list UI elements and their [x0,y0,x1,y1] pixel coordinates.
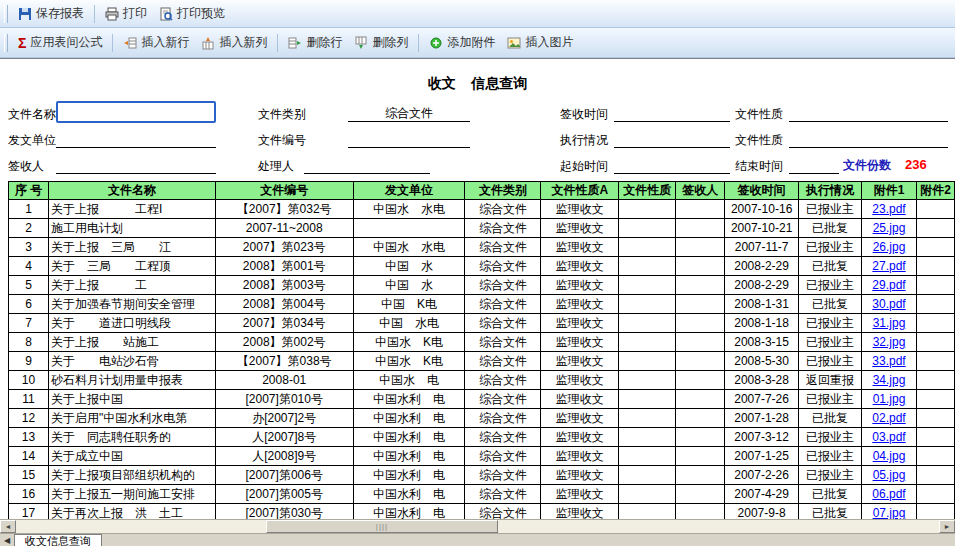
attachment-link[interactable]: 29.pdf [872,278,905,292]
cell-sign-time[interactable]: 2007-3-12 [725,428,799,447]
attachment-link[interactable]: 34.jpg [873,373,906,387]
save-report-button[interactable]: 保存报表 [12,2,90,25]
cell-file-number[interactable]: [2007]第030号 [215,504,353,520]
tab-received-docs-query[interactable]: 收文信息查询 [14,534,102,546]
table-row[interactable]: 7关于 道进口明线段2007】第034号中国 水电综合文件监理收文2008-1-… [9,314,955,333]
cell-file-name[interactable]: 施工用电计划 [48,219,215,238]
cell-exec-status[interactable]: 已批复 [799,295,862,314]
cell-signer[interactable] [676,238,725,257]
cell-file-number[interactable]: [2007]第006号 [215,466,353,485]
cell-attachment-2[interactable] [916,276,954,295]
cell-attachment-1[interactable]: 02.pdf [862,409,917,428]
cell-nature-b[interactable] [619,371,676,390]
cell-attachment-2[interactable] [916,257,954,276]
cell-category[interactable]: 综合文件 [465,447,541,466]
cell-attachment-1[interactable]: 07.jpg [862,504,917,520]
table-row[interactable]: 1关于上报 工程I【2007】第032号中国水 水电综合文件监理收文2007-1… [9,200,955,219]
insert-image-button[interactable]: 插入图片 [501,31,579,54]
print-button[interactable]: 打印 [99,2,153,25]
cell-exec-status[interactable]: 已报业主 [799,333,862,352]
cell-signer[interactable] [676,200,725,219]
cell-nature-a[interactable]: 监理收文 [541,276,619,295]
cell-attachment-2[interactable] [916,428,954,447]
cell-issuing-unit[interactable]: 中国 水电 [353,314,465,333]
cell-nature-b[interactable] [619,219,676,238]
cell-no[interactable]: 16 [9,485,49,504]
cell-attachment-1[interactable]: 33.pdf [862,352,917,371]
cell-category[interactable]: 综合文件 [465,352,541,371]
cell-nature-a[interactable]: 监理收文 [541,447,619,466]
cell-issuing-unit[interactable] [353,219,465,238]
cell-sign-time[interactable]: 2008-3-15 [725,333,799,352]
cell-file-number[interactable]: 人[2007]8号 [215,428,353,447]
cell-exec-status[interactable]: 已报业主 [799,428,862,447]
cell-exec-status[interactable]: 已报业主 [799,447,862,466]
cell-exec-status[interactable]: 返回重报 [799,371,862,390]
attachment-link[interactable]: 23.pdf [872,202,905,216]
cell-category[interactable]: 综合文件 [465,219,541,238]
table-row[interactable]: 4关于 三局 工程顶2008】第001号中国 水 综合文件监理收文2008-2-… [9,257,955,276]
cell-file-name[interactable]: 砂石料月计划用量申报表 [48,371,215,390]
table-row[interactable]: 11关于上报中国 [2007]第010号中国水利 电 综合文件监理收文2007-… [9,390,955,409]
cell-exec-status[interactable]: 已批复 [799,504,862,520]
cell-attachment-2[interactable] [916,390,954,409]
horizontal-scrollbar-track[interactable]: |||| [16,520,939,533]
cell-category[interactable]: 综合文件 [465,257,541,276]
cell-sign-time[interactable]: 2008-1-31 [725,295,799,314]
cell-nature-b[interactable] [619,257,676,276]
cell-category[interactable]: 综合文件 [465,295,541,314]
cell-nature-a[interactable]: 监理收文 [541,219,619,238]
cell-signer[interactable] [676,428,725,447]
cell-file-name[interactable]: 关于上报 工程I [48,200,215,219]
cell-nature-b[interactable] [619,276,676,295]
cell-no[interactable]: 13 [9,428,49,447]
cell-attachment-2[interactable] [916,333,954,352]
cell-signer[interactable] [676,219,725,238]
attachment-link[interactable]: 04.jpg [873,449,906,463]
cell-nature-a[interactable]: 监理收文 [541,314,619,333]
cell-file-name[interactable]: 关于 同志聘任职务的 [48,428,215,447]
signer-field[interactable] [56,157,216,174]
cell-category[interactable]: 综合文件 [465,314,541,333]
cell-attachment-1[interactable]: 04.jpg [862,447,917,466]
cell-sign-time[interactable]: 2008-2-29 [725,257,799,276]
cell-nature-a[interactable]: 监理收文 [541,504,619,520]
cell-exec-status[interactable]: 已批复 [799,219,862,238]
cell-nature-a[interactable]: 监理收文 [541,238,619,257]
cell-issuing-unit[interactable]: 中国水利 电 [353,447,465,466]
cell-no[interactable]: 14 [9,447,49,466]
cell-file-name[interactable]: 关于上报 三局 江 [48,238,215,257]
cell-attachment-1[interactable]: 25.jpg [862,219,917,238]
table-row[interactable]: 12关于启用"中国水利水电第办[2007]2号中国水利 电 综合文件监理收文20… [9,409,955,428]
end-time-field[interactable] [789,157,839,174]
cell-exec-status[interactable]: 已报业主 [799,390,862,409]
table-row[interactable]: 17关于再次上报 洪 土工[2007]第030号中国水利 电 综合文件监理收文2… [9,504,955,520]
cell-nature-a[interactable]: 监理收文 [541,295,619,314]
add-attachment-button[interactable]: 添加附件 [423,31,501,54]
cell-nature-a[interactable]: 监理收文 [541,371,619,390]
cell-file-name[interactable]: 关于上报 工 [48,276,215,295]
cell-no[interactable]: 7 [9,314,49,333]
cell-attachment-2[interactable] [916,219,954,238]
cell-sign-time[interactable]: 2007-2-26 [725,466,799,485]
cell-issuing-unit[interactable]: 中国水利 电 [353,466,465,485]
cell-file-number[interactable]: 2008-01 [215,371,353,390]
cell-issuing-unit[interactable]: 中国水 水电 [353,200,465,219]
cell-file-number[interactable]: 2007-11~2008 [215,219,353,238]
cell-attachment-1[interactable]: 05.jpg [862,466,917,485]
cell-attachment-1[interactable]: 06.pdf [862,485,917,504]
cell-issuing-unit[interactable]: 中国水 K电 [353,333,465,352]
table-row[interactable]: 14关于成立中国 人[2008]9号中国水利 电 综合文件监理收文2007-1-… [9,447,955,466]
cell-no[interactable]: 15 [9,466,49,485]
cell-attachment-2[interactable] [916,485,954,504]
cell-nature-b[interactable] [619,504,676,520]
cell-file-number[interactable]: [2007]第005号 [215,485,353,504]
cell-category[interactable]: 综合文件 [465,276,541,295]
cell-exec-status[interactable]: 已报业主 [799,238,862,257]
cell-no[interactable]: 1 [9,200,49,219]
cell-file-number[interactable]: 【2007】第038号 [215,352,353,371]
cell-no[interactable]: 17 [9,504,49,520]
cell-attachment-2[interactable] [916,200,954,219]
cell-attachment-2[interactable] [916,466,954,485]
cell-signer[interactable] [676,485,725,504]
